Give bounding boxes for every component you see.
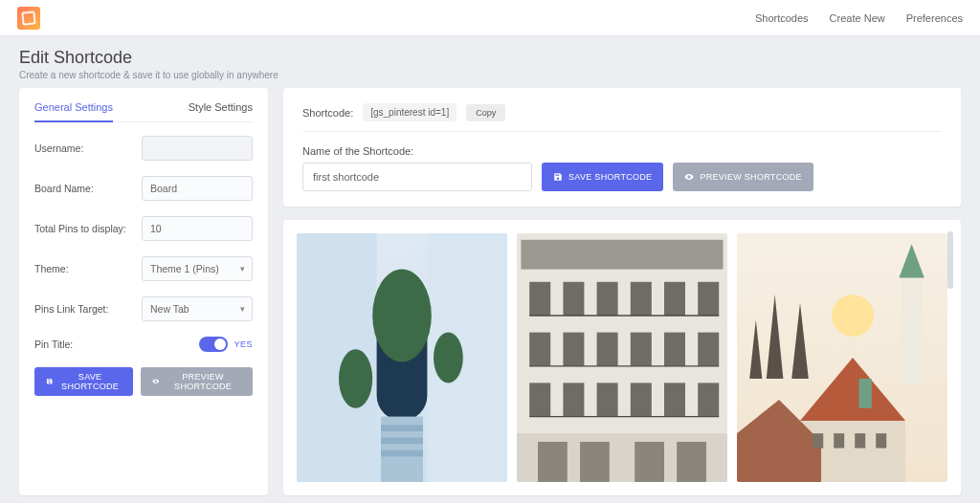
username-input[interactable] bbox=[142, 136, 253, 161]
board-label: Board Name: bbox=[34, 183, 94, 194]
nav-shortcodes[interactable]: Shortcodes bbox=[755, 12, 809, 24]
save-button-top[interactable]: SAVE SHORTCODE bbox=[542, 163, 663, 191]
shortcode-value: [gs_pinterest id=1] bbox=[363, 103, 457, 121]
svg-rect-23 bbox=[664, 333, 685, 366]
svg-rect-8 bbox=[381, 425, 423, 431]
svg-rect-24 bbox=[698, 333, 719, 366]
svg-rect-10 bbox=[381, 450, 423, 457]
page-header: Edit Shortcode Create a new shortcode & … bbox=[0, 36, 980, 88]
settings-panel: General Settings Style Settings Username… bbox=[19, 88, 268, 495]
svg-rect-44 bbox=[902, 277, 923, 383]
svg-rect-29 bbox=[664, 383, 685, 416]
username-label: Username: bbox=[34, 142, 83, 154]
board-input[interactable] bbox=[142, 176, 253, 201]
pin-title-state: YES bbox=[234, 339, 253, 349]
page-subtitle: Create a new shortcode & save it to use … bbox=[19, 70, 961, 80]
svg-rect-52 bbox=[855, 433, 865, 448]
tab-general[interactable]: General Settings bbox=[34, 101, 113, 122]
total-pins-input[interactable] bbox=[142, 216, 253, 241]
svg-rect-15 bbox=[597, 282, 618, 316]
svg-point-4 bbox=[372, 270, 432, 362]
svg-rect-38 bbox=[677, 442, 706, 482]
shortcode-name-input[interactable] bbox=[302, 163, 532, 191]
scrollbar[interactable] bbox=[947, 231, 953, 289]
svg-rect-14 bbox=[563, 282, 584, 316]
page-title: Edit Shortcode bbox=[19, 48, 961, 68]
eye-icon bbox=[684, 172, 694, 182]
svg-point-5 bbox=[339, 349, 372, 408]
svg-point-6 bbox=[434, 333, 463, 383]
preview-button[interactable]: PREVIEW SHORTCODE bbox=[141, 367, 253, 396]
svg-point-40 bbox=[832, 295, 874, 337]
svg-rect-50 bbox=[813, 433, 823, 448]
copy-button[interactable]: Copy bbox=[466, 104, 505, 121]
settings-tabs: General Settings Style Settings bbox=[34, 101, 253, 122]
eye-icon bbox=[152, 377, 160, 386]
shortcode-label: Shortcode: bbox=[302, 107, 353, 119]
save-icon bbox=[46, 377, 53, 386]
top-nav: Shortcodes Create New Preferences bbox=[755, 12, 963, 24]
target-label: Pins Link Target: bbox=[34, 303, 108, 315]
nav-preferences[interactable]: Preferences bbox=[906, 12, 963, 24]
svg-rect-16 bbox=[631, 282, 652, 316]
target-select[interactable]: New Tab bbox=[142, 296, 253, 321]
top-bar: Shortcodes Create New Preferences bbox=[0, 0, 980, 36]
save-icon bbox=[553, 172, 563, 182]
pin-title-label: Pin Title: bbox=[34, 339, 73, 350]
pin-title-toggle[interactable] bbox=[199, 337, 228, 352]
shortcode-card: Shortcode: [gs_pinterest id=1] Copy Name… bbox=[283, 88, 961, 207]
svg-rect-9 bbox=[381, 438, 423, 445]
tab-style[interactable]: Style Settings bbox=[189, 101, 253, 121]
pin-thumbnail[interactable] bbox=[297, 233, 507, 482]
shortcode-name-label: Name of the Shortcode: bbox=[302, 145, 942, 157]
total-pins-label: Total Pins to display: bbox=[34, 223, 126, 234]
pin-thumbnail[interactable] bbox=[517, 233, 727, 482]
svg-rect-36 bbox=[580, 442, 610, 482]
svg-rect-28 bbox=[631, 383, 652, 416]
svg-rect-17 bbox=[664, 282, 685, 316]
svg-rect-53 bbox=[876, 433, 886, 448]
svg-rect-22 bbox=[631, 333, 652, 366]
svg-rect-35 bbox=[538, 442, 568, 482]
svg-rect-25 bbox=[529, 383, 550, 416]
svg-rect-21 bbox=[597, 333, 618, 366]
svg-rect-20 bbox=[563, 333, 584, 366]
save-button[interactable]: SAVE SHORTCODE bbox=[34, 367, 133, 396]
svg-rect-19 bbox=[529, 333, 550, 366]
svg-rect-18 bbox=[698, 282, 719, 316]
preview-gallery bbox=[283, 220, 961, 495]
svg-rect-13 bbox=[529, 282, 550, 316]
app-logo bbox=[17, 7, 40, 30]
svg-rect-26 bbox=[563, 383, 584, 416]
svg-rect-51 bbox=[834, 433, 844, 448]
svg-rect-30 bbox=[698, 383, 719, 416]
svg-rect-37 bbox=[635, 442, 664, 482]
nav-create-new[interactable]: Create New bbox=[830, 12, 885, 24]
theme-select[interactable]: Theme 1 (Pins) bbox=[142, 256, 253, 281]
theme-label: Theme: bbox=[34, 263, 69, 274]
pin-thumbnail[interactable] bbox=[737, 233, 947, 482]
svg-rect-12 bbox=[521, 240, 723, 270]
svg-rect-49 bbox=[859, 379, 872, 408]
svg-rect-27 bbox=[597, 383, 618, 416]
preview-button-top[interactable]: PREVIEW SHORTCODE bbox=[673, 163, 813, 191]
